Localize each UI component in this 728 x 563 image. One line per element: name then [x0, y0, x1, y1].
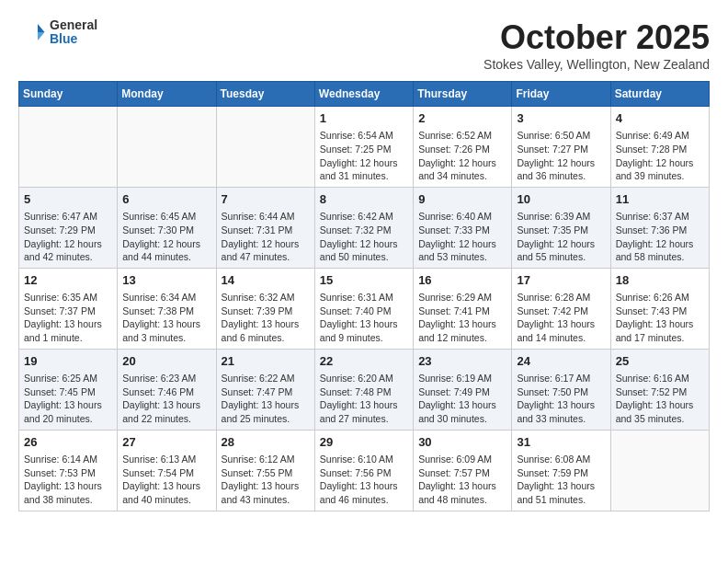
day-info: Sunrise: 6:37 AM Sunset: 7:36 PM Dayligh… [616, 210, 704, 264]
calendar-cell: 7Sunrise: 6:44 AM Sunset: 7:31 PM Daylig… [216, 187, 314, 268]
calendar-table: SundayMondayTuesdayWednesdayThursdayFrid… [18, 81, 710, 511]
calendar-cell: 27Sunrise: 6:13 AM Sunset: 7:54 PM Dayli… [118, 430, 216, 511]
calendar-week-2: 5Sunrise: 6:47 AM Sunset: 7:29 PM Daylig… [19, 187, 710, 268]
day-number: 9 [418, 191, 506, 208]
day-info: Sunrise: 6:12 AM Sunset: 7:55 PM Dayligh… [222, 453, 310, 507]
calendar-cell [610, 430, 709, 511]
day-info: Sunrise: 6:44 AM Sunset: 7:31 PM Dayligh… [222, 210, 310, 264]
day-number: 2 [418, 110, 506, 127]
calendar-cell: 18Sunrise: 6:26 AM Sunset: 7:43 PM Dayli… [610, 268, 709, 349]
day-number: 8 [320, 191, 408, 208]
day-info: Sunrise: 6:17 AM Sunset: 7:50 PM Dayligh… [517, 372, 605, 426]
day-number: 16 [418, 272, 506, 289]
calendar-cell: 5Sunrise: 6:47 AM Sunset: 7:29 PM Daylig… [19, 187, 118, 268]
calendar-cell [118, 107, 216, 188]
title-block: October 2025 Stokes Valley, Wellington, … [483, 18, 710, 72]
day-info: Sunrise: 6:54 AM Sunset: 7:25 PM Dayligh… [320, 129, 408, 183]
header-wednesday: Wednesday [314, 82, 413, 107]
location: Stokes Valley, Wellington, New Zealand [483, 57, 710, 72]
day-number: 19 [24, 353, 112, 370]
day-number: 4 [616, 110, 704, 127]
header-monday: Monday [118, 82, 216, 107]
calendar-cell: 13Sunrise: 6:34 AM Sunset: 7:38 PM Dayli… [118, 268, 216, 349]
day-number: 29 [320, 434, 408, 451]
calendar-cell: 16Sunrise: 6:29 AM Sunset: 7:41 PM Dayli… [414, 268, 512, 349]
day-number: 14 [222, 272, 310, 289]
day-number: 7 [222, 191, 310, 208]
day-number: 5 [24, 191, 112, 208]
calendar-cell [216, 107, 314, 188]
day-info: Sunrise: 6:32 AM Sunset: 7:39 PM Dayligh… [222, 291, 310, 345]
day-number: 22 [320, 353, 408, 370]
calendar-cell: 11Sunrise: 6:37 AM Sunset: 7:36 PM Dayli… [610, 187, 709, 268]
day-info: Sunrise: 6:50 AM Sunset: 7:27 PM Dayligh… [517, 129, 605, 183]
day-info: Sunrise: 6:28 AM Sunset: 7:42 PM Dayligh… [517, 291, 605, 345]
day-number: 20 [122, 353, 210, 370]
day-info: Sunrise: 6:13 AM Sunset: 7:54 PM Dayligh… [122, 453, 210, 507]
calendar-cell: 4Sunrise: 6:49 AM Sunset: 7:28 PM Daylig… [610, 107, 709, 188]
header-friday: Friday [512, 82, 610, 107]
day-number: 27 [122, 434, 210, 451]
day-info: Sunrise: 6:35 AM Sunset: 7:37 PM Dayligh… [24, 291, 112, 345]
header-tuesday: Tuesday [216, 82, 314, 107]
calendar-cell: 10Sunrise: 6:39 AM Sunset: 7:35 PM Dayli… [512, 187, 610, 268]
calendar-cell: 25Sunrise: 6:16 AM Sunset: 7:52 PM Dayli… [610, 349, 709, 430]
calendar-cell: 15Sunrise: 6:31 AM Sunset: 7:40 PM Dayli… [314, 268, 413, 349]
logo: General Blue [18, 18, 97, 47]
calendar-cell: 29Sunrise: 6:10 AM Sunset: 7:56 PM Dayli… [314, 430, 413, 511]
day-info: Sunrise: 6:23 AM Sunset: 7:46 PM Dayligh… [122, 372, 210, 426]
day-number: 24 [517, 353, 605, 370]
day-number: 28 [222, 434, 310, 451]
calendar-cell: 26Sunrise: 6:14 AM Sunset: 7:53 PM Dayli… [19, 430, 118, 511]
day-number: 25 [616, 353, 704, 370]
logo-icon [18, 18, 46, 46]
day-info: Sunrise: 6:49 AM Sunset: 7:28 PM Dayligh… [616, 129, 704, 183]
day-info: Sunrise: 6:39 AM Sunset: 7:35 PM Dayligh… [517, 210, 605, 264]
day-number: 31 [517, 434, 605, 451]
calendar-cell: 3Sunrise: 6:50 AM Sunset: 7:27 PM Daylig… [512, 107, 610, 188]
calendar-cell: 20Sunrise: 6:23 AM Sunset: 7:46 PM Dayli… [118, 349, 216, 430]
day-number: 23 [418, 353, 506, 370]
day-number: 30 [418, 434, 506, 451]
calendar-week-1: 1Sunrise: 6:54 AM Sunset: 7:25 PM Daylig… [19, 107, 710, 188]
day-info: Sunrise: 6:52 AM Sunset: 7:26 PM Dayligh… [418, 129, 506, 183]
day-number: 26 [24, 434, 112, 451]
header-thursday: Thursday [414, 82, 512, 107]
day-info: Sunrise: 6:47 AM Sunset: 7:29 PM Dayligh… [24, 210, 112, 264]
calendar-cell: 12Sunrise: 6:35 AM Sunset: 7:37 PM Dayli… [19, 268, 118, 349]
day-info: Sunrise: 6:20 AM Sunset: 7:48 PM Dayligh… [320, 372, 408, 426]
header-saturday: Saturday [610, 82, 709, 107]
day-info: Sunrise: 6:16 AM Sunset: 7:52 PM Dayligh… [616, 372, 704, 426]
day-number: 6 [122, 191, 210, 208]
day-info: Sunrise: 6:09 AM Sunset: 7:57 PM Dayligh… [418, 453, 506, 507]
day-info: Sunrise: 6:10 AM Sunset: 7:56 PM Dayligh… [320, 453, 408, 507]
day-number: 10 [517, 191, 605, 208]
day-info: Sunrise: 6:34 AM Sunset: 7:38 PM Dayligh… [122, 291, 210, 345]
day-number: 11 [616, 191, 704, 208]
calendar-cell: 23Sunrise: 6:19 AM Sunset: 7:49 PM Dayli… [414, 349, 512, 430]
calendar-cell: 2Sunrise: 6:52 AM Sunset: 7:26 PM Daylig… [414, 107, 512, 188]
logo-text: General Blue [50, 18, 97, 47]
calendar-cell: 17Sunrise: 6:28 AM Sunset: 7:42 PM Dayli… [512, 268, 610, 349]
day-info: Sunrise: 6:31 AM Sunset: 7:40 PM Dayligh… [320, 291, 408, 345]
calendar-cell: 6Sunrise: 6:45 AM Sunset: 7:30 PM Daylig… [118, 187, 216, 268]
day-number: 15 [320, 272, 408, 289]
day-info: Sunrise: 6:08 AM Sunset: 7:59 PM Dayligh… [517, 453, 605, 507]
day-info: Sunrise: 6:29 AM Sunset: 7:41 PM Dayligh… [418, 291, 506, 345]
day-info: Sunrise: 6:40 AM Sunset: 7:33 PM Dayligh… [418, 210, 506, 264]
day-info: Sunrise: 6:25 AM Sunset: 7:45 PM Dayligh… [24, 372, 112, 426]
svg-marker-1 [38, 32, 45, 40]
calendar-cell: 30Sunrise: 6:09 AM Sunset: 7:57 PM Dayli… [414, 430, 512, 511]
page-header: General Blue October 2025 Stokes Valley,… [18, 18, 710, 72]
month-title: October 2025 [483, 18, 710, 57]
calendar-cell: 24Sunrise: 6:17 AM Sunset: 7:50 PM Dayli… [512, 349, 610, 430]
calendar-cell [19, 107, 118, 188]
day-info: Sunrise: 6:22 AM Sunset: 7:47 PM Dayligh… [222, 372, 310, 426]
day-info: Sunrise: 6:14 AM Sunset: 7:53 PM Dayligh… [24, 453, 112, 507]
svg-marker-0 [38, 24, 45, 32]
calendar-cell: 31Sunrise: 6:08 AM Sunset: 7:59 PM Dayli… [512, 430, 610, 511]
logo-blue: Blue [50, 32, 97, 46]
day-info: Sunrise: 6:19 AM Sunset: 7:49 PM Dayligh… [418, 372, 506, 426]
logo-general: General [50, 18, 97, 32]
calendar-cell: 1Sunrise: 6:54 AM Sunset: 7:25 PM Daylig… [314, 107, 413, 188]
